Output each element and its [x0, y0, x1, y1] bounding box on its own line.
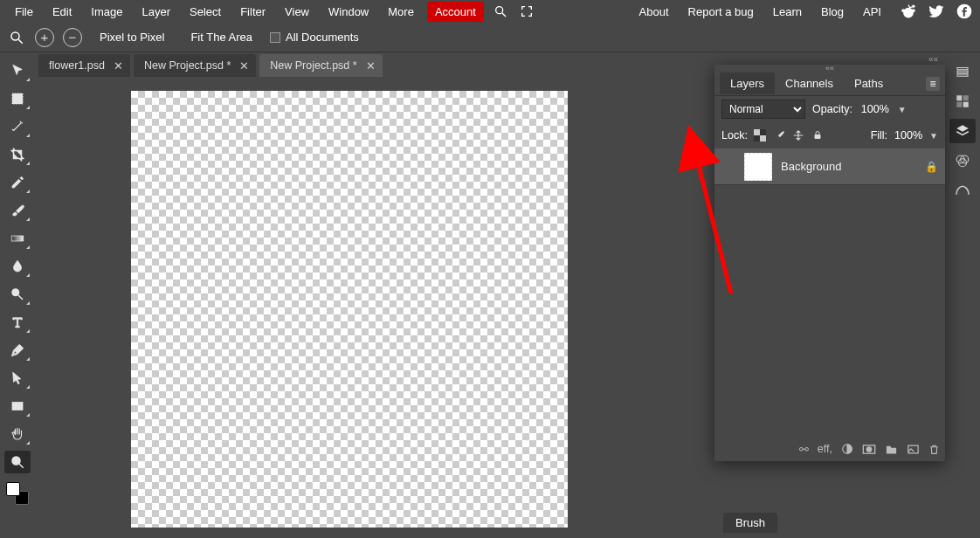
svg-rect-19 — [963, 95, 969, 100]
svg-rect-26 — [754, 129, 760, 135]
menu-image[interactable]: Image — [81, 2, 132, 22]
lock-transparency-icon[interactable] — [753, 128, 767, 142]
adjustment-layer-icon[interactable] — [841, 443, 853, 455]
layer-effects-button[interactable]: eff, — [818, 443, 832, 455]
menu-more[interactable]: More — [378, 2, 424, 22]
lock-image-icon[interactable] — [772, 128, 786, 142]
menu-select[interactable]: Select — [180, 2, 231, 22]
zoom-tool[interactable] — [4, 451, 31, 473]
dock-layers[interactable] — [949, 119, 976, 143]
menu-about[interactable]: About — [630, 2, 679, 22]
magic-wand-tool[interactable] — [4, 115, 31, 138]
delete-layer-icon[interactable] — [928, 443, 940, 456]
new-folder-icon[interactable] — [885, 444, 898, 455]
menu-api[interactable]: API — [853, 2, 891, 22]
menu-view[interactable]: View — [275, 2, 319, 22]
fill-label: Fill: — [871, 129, 887, 141]
menu-learn[interactable]: Learn — [763, 2, 811, 22]
dock-swatches[interactable] — [949, 89, 976, 114]
menu-account[interactable]: Account — [427, 2, 484, 22]
search-icon[interactable] — [491, 2, 510, 21]
gradient-tool[interactable] — [4, 227, 31, 250]
tab-0[interactable]: flower1.psd ✕ — [38, 54, 130, 77]
marquee-tool[interactable] — [4, 87, 31, 110]
blur-tool[interactable] — [4, 255, 31, 278]
blend-mode-select[interactable]: Normal — [721, 100, 805, 119]
svg-point-5 — [912, 9, 915, 12]
opacity-label: Opacity: — [812, 103, 852, 115]
pen-tool[interactable] — [4, 339, 31, 362]
zoom-tool-icon[interactable] — [7, 28, 26, 47]
color-swatch[interactable] — [6, 482, 29, 505]
move-tool[interactable] — [4, 59, 31, 82]
menu-layer[interactable]: Layer — [133, 2, 181, 22]
menu-filter[interactable]: Filter — [231, 2, 275, 22]
pixel-to-pixel-button[interactable]: Pixel to Pixel — [91, 31, 173, 44]
zoom-out-button[interactable]: − — [63, 28, 82, 47]
tab-1[interactable]: New Project.psd * ✕ — [134, 54, 256, 77]
shape-tool[interactable] — [4, 395, 31, 417]
dock-history[interactable] — [949, 59, 976, 84]
svg-rect-16 — [957, 71, 968, 72]
fullscreen-icon[interactable] — [517, 2, 536, 21]
layer-mask-icon[interactable] — [862, 444, 876, 455]
layer-name[interactable]: Background — [781, 160, 916, 173]
crop-tool[interactable] — [4, 143, 31, 166]
svg-rect-28 — [814, 134, 820, 139]
opacity-value[interactable]: 100% — [859, 102, 891, 116]
svg-rect-21 — [963, 102, 969, 107]
tab-close[interactable]: ✕ — [114, 59, 123, 72]
menu-file[interactable]: File — [5, 2, 43, 22]
visibility-toggle[interactable] — [721, 160, 735, 174]
tab-2[interactable]: New Project.psd * ✕ — [259, 54, 382, 77]
fill-value[interactable]: 100% — [893, 128, 924, 142]
canvas[interactable] — [131, 91, 568, 528]
menu-report[interactable]: Report a bug — [679, 2, 763, 22]
all-documents-checkbox[interactable]: All Documents — [270, 31, 359, 44]
reddit-icon[interactable] — [898, 1, 919, 22]
svg-line-1 — [502, 13, 506, 17]
dock-channels[interactable] — [949, 148, 976, 173]
panel-options-icon[interactable]: ≡ — [926, 77, 940, 91]
menu-blog[interactable]: Blog — [811, 2, 853, 22]
lock-label: Lock: — [721, 129, 748, 141]
eyedropper-tool[interactable] — [4, 171, 31, 194]
lock-position-icon[interactable] — [791, 128, 805, 142]
new-layer-icon[interactable] — [907, 444, 920, 455]
brush-tool[interactable] — [4, 199, 31, 222]
dodge-tool[interactable] — [4, 283, 31, 306]
tab-close[interactable]: ✕ — [239, 59, 249, 72]
twitter-icon[interactable] — [926, 1, 947, 22]
lock-all-icon[interactable] — [811, 128, 825, 142]
fill-slider-icon[interactable]: ▼ — [929, 131, 938, 141]
lock-icon: 🔒 — [925, 161, 938, 173]
link-layers-icon[interactable]: ⚯ — [799, 443, 809, 456]
layers-panel: «« Layers Channels Paths ≡ Normal Opacit… — [714, 65, 945, 461]
menu-window[interactable]: Window — [319, 2, 378, 22]
opacity-slider-icon[interactable]: ▼ — [898, 105, 907, 114]
brush-tab[interactable]: Brush — [723, 513, 777, 533]
tab-paths[interactable]: Paths — [844, 72, 894, 94]
panel-collapse-handle[interactable]: «« — [714, 65, 945, 72]
brush-panel[interactable]: Brush — [714, 507, 945, 538]
tab-channels[interactable]: Channels — [775, 72, 844, 94]
tab-close[interactable]: ✕ — [366, 59, 376, 72]
menu-edit[interactable]: Edit — [43, 2, 81, 22]
svg-rect-17 — [957, 74, 968, 76]
facebook-icon[interactable] — [954, 1, 975, 22]
dock — [945, 52, 980, 538]
zoom-in-button[interactable]: + — [35, 28, 54, 47]
tab-layers[interactable]: Layers — [720, 72, 775, 94]
type-tool[interactable] — [4, 311, 31, 334]
svg-rect-9 — [12, 93, 23, 104]
dock-paths[interactable] — [949, 178, 976, 203]
path-select-tool[interactable] — [4, 367, 31, 390]
fg-color[interactable] — [6, 482, 20, 496]
tab-label: New Project.psd * — [144, 59, 231, 72]
fit-the-area-button[interactable]: Fit The Area — [182, 31, 261, 44]
layer-item-background[interactable]: Background 🔒 — [714, 148, 945, 185]
tab-label: New Project.psd * — [270, 59, 356, 72]
layer-thumbnail[interactable] — [744, 153, 772, 181]
hand-tool[interactable] — [4, 423, 31, 445]
document-tabs: flower1.psd ✕ New Project.psd * ✕ New Pr… — [35, 52, 673, 77]
